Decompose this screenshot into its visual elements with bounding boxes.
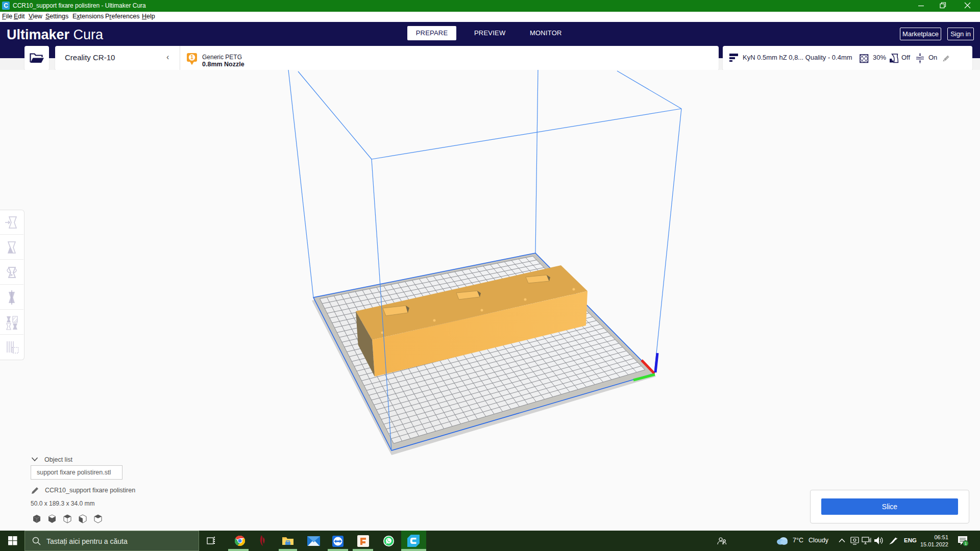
svg-text:1: 1 <box>190 54 193 60</box>
svg-text:1: 1 <box>965 541 967 546</box>
